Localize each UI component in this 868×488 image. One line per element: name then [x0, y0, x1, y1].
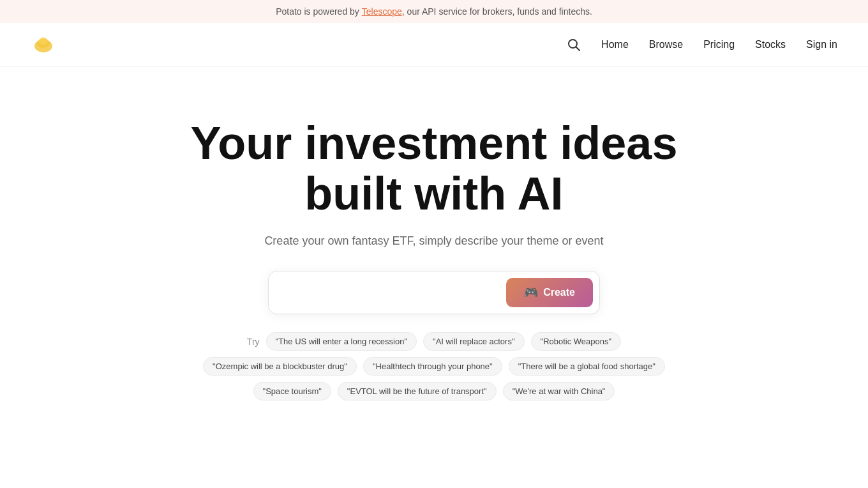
try-tags-container: Try "The US will enter a long recession"… [185, 332, 683, 400]
hero-subtitle: Create your own fantasy ETF, simply desc… [264, 234, 603, 248]
search-icon [567, 38, 581, 52]
create-button-icon: 🎮 [524, 286, 538, 300]
create-button[interactable]: 🎮 Create [506, 278, 593, 307]
nav-links: Home Browse Pricing Stocks Sign in [567, 38, 837, 52]
hero-title-line1: Your investment ideas [191, 118, 678, 169]
telescope-link[interactable]: Telescope [362, 6, 402, 17]
hero-title-line2: built with AI [304, 168, 563, 219]
nav-pricing[interactable]: Pricing [703, 39, 735, 50]
hero-title: Your investment ideas built with AI [191, 118, 678, 219]
create-button-label: Create [543, 287, 575, 298]
logo-icon [31, 32, 56, 57]
top-banner: Potato is powered by Telescope, our API … [0, 0, 868, 23]
search-box: 🎮 Create [268, 271, 600, 314]
tag-1[interactable]: "AI will replace actors" [423, 332, 524, 351]
search-button[interactable] [567, 38, 581, 52]
tag-7[interactable]: "EVTOL will be the future of transport" [338, 382, 497, 400]
try-label: Try [247, 337, 260, 347]
tag-3[interactable]: "Ozempic will be a blockbuster drug" [203, 357, 357, 376]
etf-search-input[interactable] [281, 287, 506, 298]
banner-suffix: , our API service for brokers, funds and… [402, 6, 592, 17]
nav-signin[interactable]: Sign in [806, 39, 837, 50]
banner-text: Potato is powered by [276, 6, 362, 17]
logo[interactable] [31, 32, 56, 57]
hero-section: Your investment ideas built with AI Crea… [0, 67, 868, 426]
navbar: Home Browse Pricing Stocks Sign in [0, 23, 868, 67]
nav-browse[interactable]: Browse [649, 39, 683, 50]
tag-8[interactable]: "We're at war with China" [503, 382, 615, 400]
tag-2[interactable]: "Robotic Weapons" [531, 332, 622, 351]
svg-line-4 [576, 47, 580, 51]
tag-4[interactable]: "Healthtech through your phone" [363, 357, 502, 376]
tag-6[interactable]: "Space tourism" [253, 382, 331, 400]
tag-5[interactable]: "There will be a global food shortage" [509, 357, 665, 376]
nav-home[interactable]: Home [601, 39, 629, 50]
tag-0[interactable]: "The US will enter a long recession" [266, 332, 417, 351]
nav-stocks[interactable]: Stocks [755, 39, 786, 50]
